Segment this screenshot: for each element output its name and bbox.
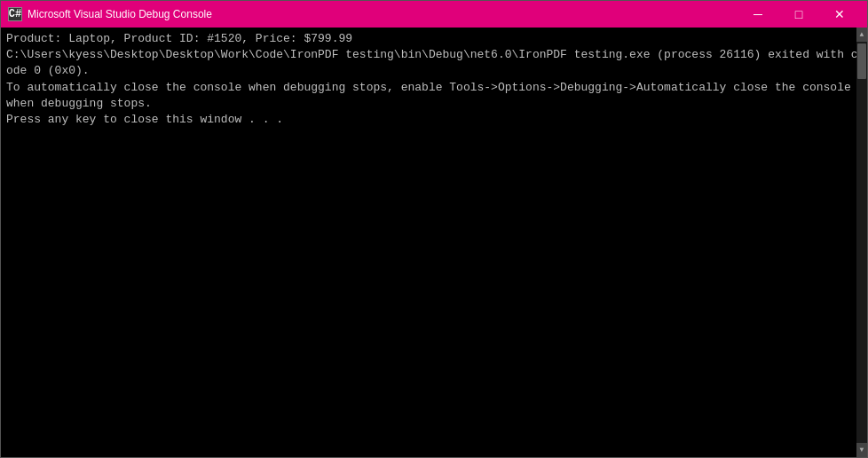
console-output: Product: Laptop, Product ID: #1520, Pric… (1, 28, 867, 457)
console-line: Press any key to close this window . . . (6, 112, 862, 128)
title-bar: C# Microsoft Visual Studio Debug Console… (1, 1, 867, 28)
console-lines: Product: Laptop, Product ID: #1520, Pric… (6, 31, 862, 128)
maximize-button[interactable]: □ (778, 1, 819, 28)
app-icon: C# (8, 7, 22, 21)
scroll-up-arrow[interactable]: ▲ (856, 28, 867, 42)
scrollbar-track (856, 42, 867, 443)
console-line: C:\Users\kyess\Desktop\Desktop\Work\Code… (6, 47, 862, 79)
scrollbar-thumb[interactable] (857, 43, 866, 79)
scrollbar[interactable]: ▲ ▼ (856, 28, 867, 457)
scroll-down-arrow[interactable]: ▼ (856, 443, 867, 457)
window-title: Microsoft Visual Studio Debug Console (28, 8, 738, 20)
close-button[interactable]: ✕ (819, 1, 860, 28)
window-controls: ─ □ ✕ (738, 1, 860, 28)
main-window: C# Microsoft Visual Studio Debug Console… (0, 0, 868, 458)
console-line: To automatically close the console when … (6, 80, 862, 112)
console-line: Product: Laptop, Product ID: #1520, Pric… (6, 31, 862, 47)
minimize-button[interactable]: ─ (738, 1, 778, 28)
